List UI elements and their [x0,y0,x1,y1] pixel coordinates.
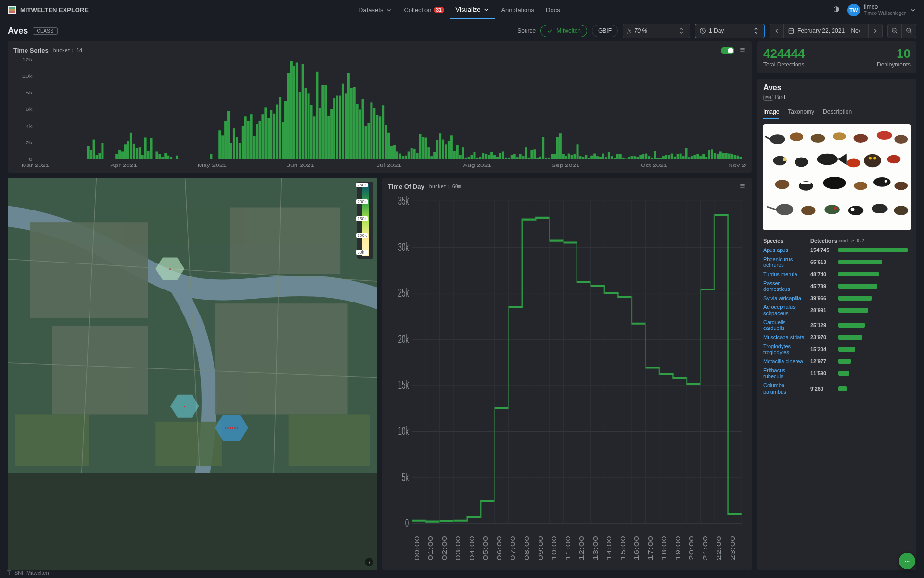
svg-rect-172 [568,154,570,159]
theme-toggle-icon[interactable] [830,3,843,17]
species-link[interactable]: Carduelis carduelis [763,319,807,331]
svg-rect-140 [476,158,478,159]
svg-rect-244 [52,326,148,414]
svg-point-339 [887,155,901,164]
svg-rect-177 [582,157,584,159]
species-link[interactable]: Muscicapa striata [763,334,807,341]
svg-point-355 [894,206,908,215]
svg-rect-37 [139,147,141,159]
svg-point-337 [869,157,872,160]
nav-collection[interactable]: Collection31 [398,0,449,19]
svg-rect-159 [530,150,533,159]
nav-datasets[interactable]: Datasets [353,0,398,19]
svg-rect-69 [273,114,275,159]
clock-icon [699,27,706,34]
svg-line-12 [907,28,907,29]
species-link[interactable]: Motacilla cinerea [763,358,807,365]
timeseries-menu-icon[interactable] [739,46,746,54]
date-prev-button[interactable] [770,24,784,38]
svg-rect-83 [313,116,315,159]
species-bar [838,248,908,252]
svg-rect-77 [296,63,298,159]
svg-rect-207 [668,155,670,159]
svg-text:19:00: 19:00 [675,536,681,560]
source-gbif-pill[interactable]: GBIF [592,25,618,37]
svg-rect-145 [490,152,493,159]
svg-rect-152 [511,155,513,159]
svg-rect-198 [642,154,644,159]
species-bar [838,347,908,352]
zoom-reset-button[interactable] [902,24,916,38]
species-link[interactable]: Phoenicurus ochruros [763,256,807,268]
svg-rect-66 [264,107,267,159]
user-menu[interactable]: TW timeo Timeo Wullschleger [847,4,916,16]
map-panel[interactable]: 250k200k150k100k50k i [8,178,377,570]
nav-visualize[interactable]: Visualize [450,0,496,19]
svg-point-329 [877,131,892,140]
svg-rect-56 [236,137,238,159]
timeofday-menu-icon[interactable] [739,183,746,191]
species-link[interactable]: Acrocephalus scirpaceus [763,304,807,316]
svg-point-347 [894,182,908,190]
map-info-icon[interactable]: i [365,558,373,566]
timeofday-bucket: bucket: 60m [429,184,461,189]
svg-point-324 [770,134,785,144]
chevron-down-icon [910,7,916,13]
svg-rect-126 [436,140,438,159]
species-list[interactable]: Species Detections conf ≥ 0.7 Apus apus … [763,236,911,565]
svg-rect-95 [347,73,350,159]
svg-point-346 [885,180,887,183]
svg-point-350 [824,205,840,214]
tab-description[interactable]: Description [823,105,852,119]
date-range-select[interactable]: February 22, 2021 – November 5, … [784,24,868,38]
species-link[interactable]: Columba palumbus [763,382,807,394]
species-link[interactable]: Sylvia atricapilla [763,295,807,302]
timeseries-chart[interactable]: 02k4k6k8k10k12kMar 2021Apr 2021May 2021J… [13,57,746,168]
svg-text:Oct 2021: Oct 2021 [641,163,667,167]
svg-point-349 [801,206,816,215]
bucket-select[interactable]: 1 Day [695,24,765,38]
svg-text:17:00: 17:00 [647,536,654,560]
svg-rect-169 [559,133,562,159]
species-link[interactable]: Turdus merula [763,271,807,277]
source-mitwelten-pill[interactable]: Mitwelten [540,25,587,37]
autorefresh-toggle[interactable] [721,47,734,54]
svg-rect-223 [714,153,716,159]
svg-rect-160 [533,149,536,159]
svg-rect-123 [427,147,430,159]
page-title: Aves [8,26,28,36]
species-bar [838,371,908,376]
svg-rect-129 [445,144,447,159]
species-link[interactable]: Erithacus rubecula [763,368,807,380]
tab-taxonomy[interactable]: Taxonomy [788,105,814,119]
species-link[interactable]: Troglodytes troglodytes [763,343,807,355]
tab-image[interactable]: Image [763,105,779,119]
date-next-button[interactable] [868,24,883,38]
nav-annotations[interactable]: Annotations [495,0,540,19]
svg-rect-131 [450,135,453,159]
confidence-select[interactable]: fx 70 % [623,24,690,38]
species-link[interactable]: Passer domesticus [763,280,807,292]
svg-rect-104 [373,108,375,159]
svg-rect-228 [728,154,731,159]
zoom-out-button[interactable] [887,24,902,38]
app-logo[interactable]: MITWELTEN EXPLORE [8,6,89,14]
svg-rect-111 [393,145,396,159]
timeofday-chart[interactable]: 05k10k15k20k25k30k35k00:0001:0002:0003:0… [388,194,746,565]
svg-rect-221 [708,150,710,159]
svg-rect-67 [267,118,270,159]
svg-text:12k: 12k [22,57,33,62]
svg-rect-114 [402,156,404,159]
fab-more-button[interactable] [899,553,915,569]
svg-rect-106 [379,116,381,159]
species-bar [838,272,908,276]
svg-rect-193 [628,157,630,159]
species-count: 23'970 [810,334,834,340]
species-row: Sylvia atricapilla 39'966 [763,294,908,303]
nav-docs[interactable]: Docs [540,0,566,19]
svg-rect-108 [385,125,387,159]
logo-icon [8,6,16,14]
species-link[interactable]: Apus apus [763,247,807,253]
svg-rect-112 [396,151,398,159]
svg-rect-52 [224,121,227,159]
